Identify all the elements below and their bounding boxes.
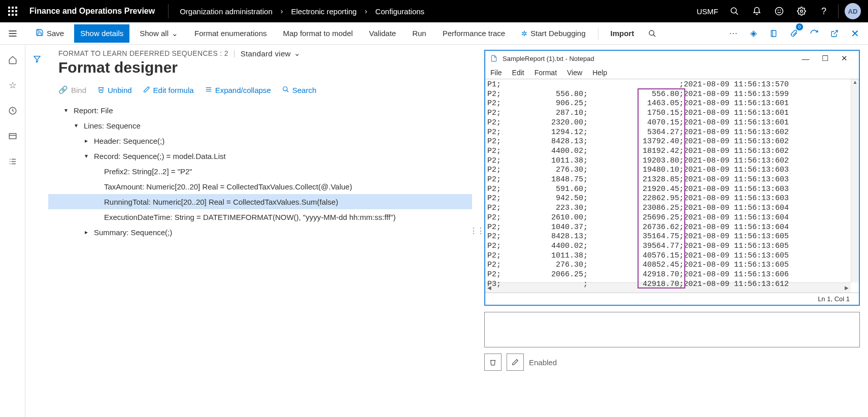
run-label: Run [412, 29, 426, 38]
start-debugging-button[interactable]: ✲ Start Debugging [515, 24, 591, 43]
designer-toolbar: 🔗 Bind Unbind [48, 83, 472, 100]
search-link[interactable]: Search [282, 86, 317, 94]
hamburger-icon[interactable] [0, 22, 25, 45]
menu-view[interactable]: View [567, 69, 582, 77]
tree-row[interactable]: RunningTotal: Numeric[20..20] Real = Col… [48, 194, 472, 209]
pencil-icon [143, 86, 150, 94]
app-launcher-icon[interactable] [0, 0, 25, 22]
attachments-count: 0 [796, 23, 803, 30]
svg-line-19 [653, 35, 655, 37]
debug-icon: ✲ [521, 29, 527, 38]
diamond-icon[interactable]: ◈ [745, 24, 761, 43]
tree-label: Summary: Sequence(;) [94, 228, 172, 237]
clock-icon[interactable] [3, 101, 23, 121]
tree-row[interactable]: ▾Report: File [48, 103, 472, 118]
view-picker[interactable]: Standard view ⌄ [241, 49, 301, 58]
divider [838, 4, 839, 18]
app-title: Finance and Operations Preview [25, 7, 164, 16]
edit-button[interactable] [507, 354, 524, 371]
format-tree[interactable]: ▾Report: File▾Lines: Sequence▸Header: Se… [48, 100, 472, 240]
refresh-icon[interactable] [806, 24, 822, 43]
tree-row[interactable]: ▾Record: Sequence(;) = model.Data.List [48, 148, 472, 164]
workspace-icon[interactable] [3, 126, 23, 146]
notepad-statusbar: Ln 1, Col 1 [485, 293, 859, 305]
import-button[interactable]: Import [605, 24, 641, 43]
modules-icon[interactable] [3, 151, 23, 172]
tree-row[interactable]: TaxAmount: Numeric[20..20] Real = Collec… [48, 179, 472, 194]
show-all-button[interactable]: Show all ⌄ [133, 24, 184, 43]
performance-trace-button[interactable]: Performance trace [437, 24, 511, 43]
tree-row[interactable]: ▸Summary: Sequence(;) [48, 224, 472, 240]
svg-line-10 [736, 12, 738, 15]
gear-icon[interactable] [790, 0, 813, 22]
tree-row[interactable]: ▸Header: Sequence(;) [48, 133, 472, 148]
expand-collapse-link[interactable]: Expand/collapse [205, 86, 271, 94]
tree-row[interactable]: Prefix2: String[2..2] = "P2" [48, 164, 472, 179]
import-label: Import [611, 29, 635, 38]
smile-icon[interactable] [768, 0, 790, 22]
breadcrumb-item-2[interactable]: Configurations [375, 7, 424, 16]
bell-icon[interactable] [746, 0, 768, 22]
pane-splitter[interactable]: ⋮⋮ [472, 45, 481, 417]
commandbar-search-icon[interactable] [644, 24, 660, 43]
attachments-icon[interactable]: 0 [786, 24, 802, 43]
maximize-icon[interactable]: ☐ [815, 54, 834, 63]
expand-label: Expand/collapse [215, 86, 271, 94]
save-button[interactable]: Save [29, 24, 70, 43]
minimize-icon[interactable]: — [796, 54, 815, 63]
menu-help[interactable]: Help [592, 69, 607, 77]
notepad-window: SampleReport (1).txt - Notepad — ☐ ✕ Fil… [484, 50, 860, 306]
search-icon[interactable] [723, 0, 746, 22]
menu-edit[interactable]: Edit [512, 69, 524, 77]
unbind-link[interactable]: Unbind [97, 86, 132, 94]
menu-format[interactable]: Format [535, 69, 557, 77]
home-icon[interactable] [3, 50, 23, 70]
enabled-label: Enabled [529, 358, 557, 367]
validate-button[interactable]: Validate [363, 24, 402, 43]
company-picker[interactable]: USMF [692, 7, 724, 16]
svg-rect-4 [12, 10, 14, 12]
format-enumerations-button[interactable]: Format enumerations [188, 24, 273, 43]
trash-icon [97, 86, 105, 94]
avatar[interactable]: AD [845, 3, 861, 19]
show-details-button[interactable]: Show details [74, 24, 129, 43]
edit-formula-link[interactable]: Edit formula [143, 86, 194, 94]
description-textarea[interactable] [484, 312, 860, 347]
notepad-content[interactable]: P1; ;2021-08-09 11:56:13:570 P2; 556.80;… [485, 79, 859, 290]
svg-point-18 [649, 30, 654, 35]
caret-down-icon[interactable]: ▾ [69, 122, 84, 129]
svg-point-36 [283, 86, 287, 90]
svg-rect-8 [15, 14, 17, 16]
config-crumb: FORMAT TO LEARN DEFERRED SEQUENCES : 2 [58, 49, 228, 57]
office-icon[interactable] [765, 24, 782, 43]
close-icon[interactable]: ✕ [834, 54, 854, 63]
tree-label: Header: Sequence(;) [94, 137, 164, 145]
filter-icon[interactable] [33, 55, 41, 417]
more-icon[interactable]: ⋯ [725, 24, 741, 43]
close-icon[interactable]: ✕ [847, 24, 863, 43]
save-label: Save [47, 29, 64, 38]
save-icon [36, 28, 44, 38]
caret-down-icon[interactable]: ▾ [79, 152, 94, 159]
popout-icon[interactable] [826, 24, 843, 43]
tree-label: Prefix2: String[2..2] = "P2" [104, 167, 192, 176]
tree-label: Lines: Sequence [84, 121, 141, 130]
breadcrumb-item-1[interactable]: Electronic reporting [291, 7, 356, 16]
tree-label: RunningTotal: Numeric[20..20] Real = Col… [104, 198, 338, 206]
map-format-button[interactable]: Map format to model [277, 24, 359, 43]
tree-row[interactable]: ▾Lines: Sequence [48, 118, 472, 133]
search-label: Search [292, 86, 317, 94]
breadcrumb-item-0[interactable]: Organization administration [180, 7, 273, 16]
tree-row[interactable]: ExecutionDateTime: String = DATETIMEFORM… [48, 209, 472, 224]
menu-file[interactable]: File [490, 69, 502, 77]
cursor-position: Ln 1, Col 1 [818, 295, 850, 303]
help-icon[interactable]: ? [813, 0, 835, 22]
run-button[interactable]: Run [406, 24, 432, 43]
chevron-right-icon: › [281, 7, 283, 15]
svg-point-13 [780, 10, 781, 10]
caret-right-icon[interactable]: ▸ [79, 137, 94, 144]
caret-down-icon[interactable]: ▾ [58, 107, 74, 114]
caret-right-icon[interactable]: ▸ [79, 229, 94, 236]
delete-button[interactable] [484, 354, 502, 371]
star-icon[interactable]: ☆ [3, 75, 23, 95]
